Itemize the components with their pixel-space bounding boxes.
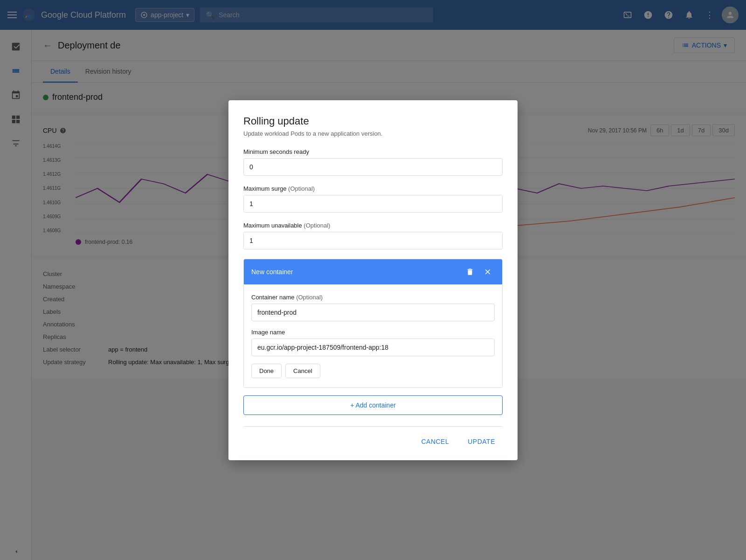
min-seconds-input[interactable]: [243, 158, 503, 176]
dialog-cancel-button[interactable]: CANCEL: [414, 434, 456, 449]
max-surge-field: Maximum surge (Optional): [243, 185, 503, 213]
container-name-field: Container name (Optional): [251, 294, 495, 321]
add-container-button[interactable]: + Add container: [243, 395, 503, 415]
container-name-label: Container name (Optional): [251, 294, 495, 301]
add-container-label: + Add container: [350, 401, 396, 409]
dialog-title: Rolling update: [243, 115, 503, 127]
rolling-update-dialog: Rolling update Update workload Pods to a…: [228, 100, 518, 460]
container-card-body: Container name (Optional) Image name Don…: [244, 284, 502, 387]
close-container-button[interactable]: [481, 265, 495, 279]
max-unavailable-field: Maximum unavailable (Optional): [243, 222, 503, 249]
container-card-title: New container: [251, 268, 293, 276]
max-unavailable-label: Maximum unavailable (Optional): [243, 222, 503, 229]
dialog-update-button[interactable]: UPDATE: [460, 434, 503, 449]
image-name-input[interactable]: [251, 339, 495, 356]
modal-overlay: Rolling update Update workload Pods to a…: [0, 0, 746, 560]
min-seconds-field: Minimum seconds ready: [243, 148, 503, 176]
min-seconds-label: Minimum seconds ready: [243, 148, 503, 155]
container-name-input[interactable]: [251, 304, 495, 321]
image-name-field: Image name: [251, 329, 495, 356]
container-done-button[interactable]: Done: [251, 364, 282, 378]
image-name-label: Image name: [251, 329, 495, 336]
delete-container-button[interactable]: [463, 265, 477, 279]
dialog-subtitle: Update workload Pods to a new applicatio…: [243, 130, 503, 137]
container-cancel-button[interactable]: Cancel: [285, 364, 320, 378]
container-card-actions: [463, 265, 495, 279]
max-surge-label: Maximum surge (Optional): [243, 185, 503, 192]
container-inner-actions: Done Cancel: [251, 364, 495, 378]
container-card-header: New container: [244, 259, 502, 284]
max-unavailable-input[interactable]: [243, 232, 503, 249]
dialog-actions: CANCEL UPDATE: [243, 426, 503, 449]
new-container-card: New container Container name (Optional): [243, 259, 503, 388]
max-surge-input[interactable]: [243, 195, 503, 213]
